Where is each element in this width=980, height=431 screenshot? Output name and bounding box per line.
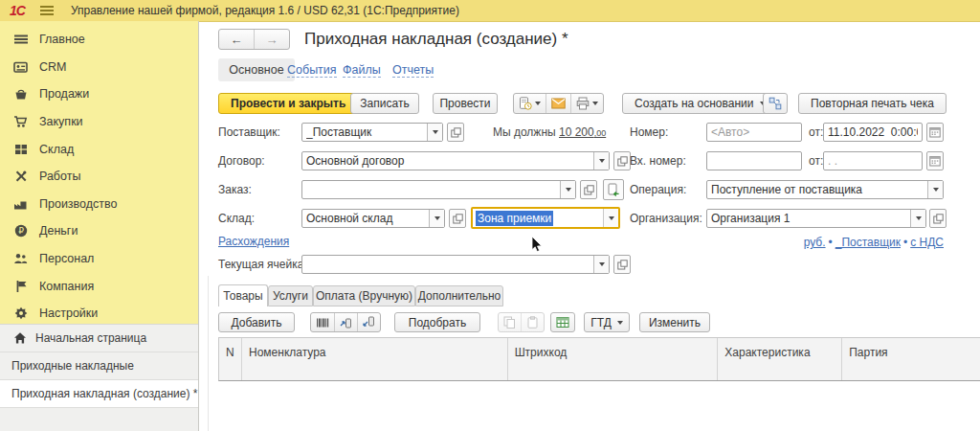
supplier-input[interactable]: [302, 124, 427, 141]
tab-goods[interactable]: Товары: [218, 284, 268, 306]
tab-additional[interactable]: Дополнительно: [415, 285, 503, 306]
sidebar-item-sales[interactable]: Продажи: [0, 80, 198, 108]
document-structure-button[interactable]: [763, 93, 788, 114]
create-order-button[interactable]: [603, 179, 624, 200]
sidebar-item-label: Главное: [39, 33, 85, 46]
price-type-link[interactable]: _Поставщик: [835, 236, 901, 249]
receiving-zone-combo: Зона приемки: [471, 207, 620, 229]
order-input[interactable]: [302, 181, 560, 198]
contract-label: Договор:: [218, 154, 265, 168]
receiving-zone-dropdown-button[interactable]: [603, 209, 618, 227]
print-icon[interactable]: [571, 94, 603, 113]
tab-events[interactable]: События: [287, 63, 337, 78]
posting-doc-icon[interactable]: [514, 94, 546, 113]
organization-dropdown-button[interactable]: [910, 210, 925, 227]
pick-items-button[interactable]: Подобрать: [394, 312, 480, 332]
incoming-number-input[interactable]: [706, 151, 802, 170]
supplier-dropdown-button[interactable]: [427, 124, 442, 141]
create-from-document-icon: [607, 183, 620, 196]
incoming-date-calendar-button[interactable]: [926, 151, 944, 170]
supplier-open-button[interactable]: [447, 123, 464, 142]
repeat-receipt-print-button[interactable]: Повторная печать чека: [798, 93, 947, 114]
supplier-combo: [301, 123, 443, 142]
sidebar-item-production[interactable]: Производство: [0, 191, 198, 218]
sidebar-item-money[interactable]: ₽ Деньги: [0, 217, 198, 245]
contract-open-button[interactable]: [613, 151, 631, 170]
contract-dropdown-button[interactable]: [593, 152, 609, 170]
tab-main[interactable]: Основное: [218, 58, 295, 81]
number-input[interactable]: [706, 123, 802, 142]
copy-rows-icon[interactable]: [499, 313, 522, 331]
discrepancies-link[interactable]: Расхождения: [218, 235, 289, 248]
items-table-body[interactable]: [218, 381, 980, 431]
sidebar-item-purchases[interactable]: Закупки: [0, 108, 198, 136]
open-windows-panel: Начальная страница Приходные накладные П…: [0, 324, 198, 431]
date-input[interactable]: [823, 123, 923, 142]
edit-row-button[interactable]: Изменить: [639, 312, 710, 332]
calendar-icon: [929, 126, 941, 138]
mouse-cursor: [531, 236, 543, 253]
debt-amount-link[interactable]: 10 200,00: [559, 125, 606, 139]
organization-input[interactable]: [707, 210, 910, 227]
order-open-button[interactable]: [580, 180, 597, 199]
contract-combo: [301, 151, 610, 170]
current-cell-open-button[interactable]: [613, 255, 631, 274]
sidebar-item-warehouse[interactable]: Склад: [0, 135, 198, 163]
sidebar-item-works[interactable]: Работы: [0, 163, 198, 191]
current-cell-dropdown-button[interactable]: [593, 256, 609, 273]
open-form-icon: [453, 214, 463, 224]
post-button[interactable]: Провести: [433, 93, 498, 114]
sidebar-splitter[interactable]: [198, 21, 199, 431]
tab-services[interactable]: Услуги: [268, 285, 313, 306]
operation-dropdown-button[interactable]: [927, 181, 943, 198]
tab-payment-manual[interactable]: Оплата (Вручную): [313, 285, 415, 306]
operation-input[interactable]: [707, 181, 927, 198]
column-header-barcode[interactable]: Штрихкод: [508, 338, 719, 380]
sidebar-item-personnel[interactable]: Персонал: [0, 245, 198, 273]
app-window: 1С Управление нашей фирмой, редакция 1.6…: [0, 0, 980, 431]
column-header-n[interactable]: N: [219, 338, 242, 380]
back-button[interactable]: ←: [219, 30, 255, 49]
window-tab-incoming-invoices[interactable]: Приходные накладные: [0, 352, 198, 380]
sidebar-menu: Главное CRM Продажи Закупки Склад Работы: [0, 21, 198, 328]
create-based-on-button[interactable]: Создать на основании: [622, 93, 778, 114]
crm-card-icon: [12, 59, 29, 74]
warehouse-open-button[interactable]: [449, 209, 466, 228]
forward-button[interactable]: →: [255, 30, 289, 49]
add-row-button[interactable]: Добавить: [218, 312, 295, 332]
contract-input[interactable]: [302, 152, 593, 170]
current-cell-input[interactable]: [302, 256, 593, 273]
download-from-terminal-icon[interactable]: [358, 313, 380, 331]
currency-link[interactable]: руб.: [804, 236, 826, 249]
warehouse-combo: [301, 209, 445, 228]
main-menu-icon[interactable]: [40, 4, 54, 17]
column-header-nomenclature[interactable]: Номенклатура: [242, 338, 508, 380]
organization-open-button[interactable]: [929, 209, 947, 228]
window-tab-home[interactable]: Начальная страница: [0, 325, 198, 352]
tab-reports[interactable]: Отчеты: [392, 63, 434, 78]
receiving-zone-input[interactable]: Зона приемки: [473, 209, 603, 227]
date-calendar-button[interactable]: [926, 123, 944, 142]
gtd-button[interactable]: ГТД: [584, 312, 630, 332]
column-header-characteristic[interactable]: Характеристика: [718, 338, 842, 380]
order-dropdown-button[interactable]: [560, 181, 575, 198]
tab-files[interactable]: Файлы: [343, 63, 381, 78]
table-settings-button[interactable]: [550, 312, 575, 332]
sidebar-item-label: Настройки: [39, 306, 98, 320]
barcode-scanner-icon[interactable]: [311, 313, 335, 331]
incoming-date-input[interactable]: [823, 151, 923, 170]
column-header-batch[interactable]: Партия: [842, 338, 980, 380]
sidebar-item-crm[interactable]: CRM: [0, 54, 198, 81]
warehouse-input[interactable]: [302, 210, 429, 227]
paste-rows-icon[interactable]: [522, 313, 544, 331]
mail-icon[interactable]: [546, 94, 571, 113]
save-button[interactable]: Записать: [350, 93, 419, 114]
barcode-group: [310, 312, 381, 332]
sidebar-item-company[interactable]: Компания: [0, 272, 198, 300]
upload-to-terminal-icon[interactable]: [335, 313, 358, 331]
sidebar-item-main[interactable]: Главное: [0, 26, 198, 54]
vat-link[interactable]: с НДС: [910, 236, 944, 249]
post-and-close-button[interactable]: Провести и закрыть: [218, 93, 358, 114]
window-tab-incoming-invoice-new[interactable]: Приходная накладная (создание) *: [0, 380, 198, 408]
warehouse-dropdown-button[interactable]: [429, 210, 444, 227]
